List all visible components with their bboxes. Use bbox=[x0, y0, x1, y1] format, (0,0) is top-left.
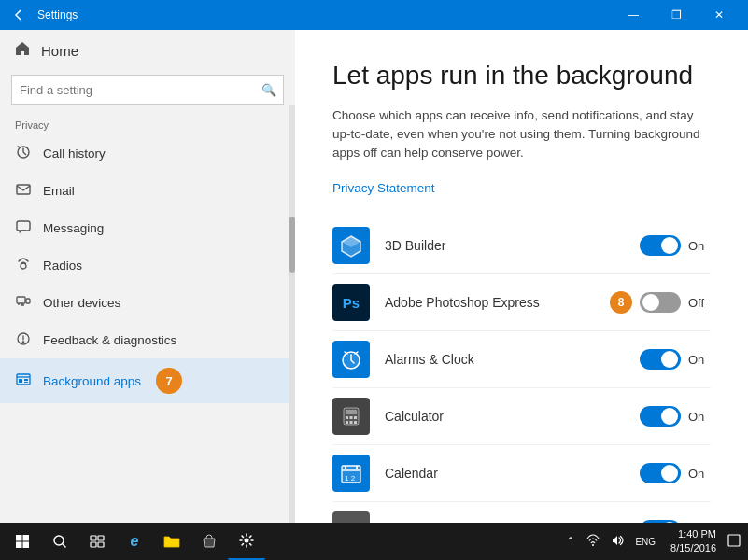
right-panel: Let apps run in the background Choose wh… bbox=[295, 30, 748, 523]
app-list: 3D Builder On Ps Adobe Photoshop Express… bbox=[332, 217, 711, 523]
svg-rect-33 bbox=[23, 542, 30, 549]
close-button[interactable]: ✕ bbox=[698, 0, 741, 30]
taskbar-edge-button[interactable]: e bbox=[116, 523, 153, 560]
svg-rect-20 bbox=[346, 421, 348, 424]
svg-rect-4 bbox=[17, 297, 25, 303]
notification-button[interactable] bbox=[724, 534, 744, 550]
sidebar-scrollbar[interactable] bbox=[289, 105, 295, 523]
svg-rect-18 bbox=[350, 416, 353, 419]
sidebar-item-radios[interactable]: Radios bbox=[0, 246, 295, 284]
sidebar-item-home[interactable]: Home bbox=[0, 30, 295, 71]
alarms-name: Alarms & Clock bbox=[385, 352, 640, 367]
photoshop-toggle[interactable] bbox=[640, 292, 681, 313]
calendar-toggle-label: On bbox=[688, 467, 711, 481]
taskbar-search-button[interactable] bbox=[41, 523, 78, 560]
calculator-toggle[interactable] bbox=[640, 406, 681, 427]
svg-rect-11 bbox=[24, 382, 28, 383]
other-devices-label: Other devices bbox=[43, 296, 120, 310]
svg-rect-41 bbox=[728, 535, 740, 546]
svg-rect-36 bbox=[98, 536, 104, 540]
svg-rect-19 bbox=[354, 416, 357, 419]
home-icon bbox=[15, 41, 30, 60]
start-button[interactable] bbox=[4, 523, 41, 560]
toggle-knob bbox=[661, 522, 678, 523]
call-history-icon bbox=[15, 145, 32, 162]
taskbar: e ⌃ bbox=[0, 523, 748, 560]
taskbar-clock[interactable]: 1:40 PM 8/15/2016 bbox=[663, 527, 724, 556]
sidebar-item-messaging[interactable]: Messaging bbox=[0, 209, 295, 246]
feedback-label: Feedback & diagnostics bbox=[43, 333, 176, 347]
alarms-toggle[interactable] bbox=[640, 349, 681, 370]
feedback-icon bbox=[15, 331, 32, 349]
app-row-calendar: 1 2 Calendar On bbox=[332, 445, 711, 502]
svg-rect-38 bbox=[98, 542, 104, 547]
app-row-calculator: Calculator On bbox=[332, 388, 711, 445]
taskbar-settings-button[interactable] bbox=[228, 523, 265, 560]
3d-builder-toggle[interactable] bbox=[640, 235, 681, 256]
calendar-name: Calendar bbox=[385, 466, 640, 481]
taskbar-store-button[interactable] bbox=[191, 523, 228, 560]
window-controls: — ❐ ✕ bbox=[612, 0, 741, 30]
background-apps-badge: 7 bbox=[156, 368, 182, 394]
search-input[interactable] bbox=[11, 75, 284, 105]
svg-rect-35 bbox=[91, 536, 96, 540]
back-button[interactable] bbox=[7, 4, 30, 26]
calendar-icon: 1 2 bbox=[332, 455, 370, 492]
alarms-toggle-area: On bbox=[640, 349, 711, 370]
search-container: 🔍 bbox=[11, 75, 284, 105]
section-label: Privacy bbox=[0, 112, 295, 134]
radios-label: Radios bbox=[43, 259, 82, 273]
scrollbar-thumb[interactable] bbox=[289, 217, 295, 273]
svg-point-40 bbox=[592, 544, 594, 546]
title-bar: Settings — ❐ ✕ bbox=[0, 0, 748, 30]
svg-rect-5 bbox=[26, 299, 30, 303]
svg-rect-22 bbox=[354, 421, 357, 424]
tray-chevron[interactable]: ⌃ bbox=[562, 533, 579, 550]
home-label: Home bbox=[41, 43, 78, 59]
photoshop-name: Adobe Photoshop Express bbox=[385, 295, 606, 310]
toggle-knob bbox=[642, 294, 659, 311]
alarms-toggle-label: On bbox=[688, 353, 711, 367]
sidebar-item-other-devices[interactable]: Other devices bbox=[0, 284, 295, 321]
search-icon: 🔍 bbox=[261, 83, 276, 97]
restore-button[interactable]: ❐ bbox=[655, 0, 698, 30]
taskbar-explorer-button[interactable] bbox=[153, 523, 191, 560]
svg-rect-21 bbox=[350, 421, 353, 424]
tray-language[interactable]: ENG bbox=[631, 535, 659, 549]
calculator-toggle-label: On bbox=[688, 410, 711, 424]
tray-network[interactable] bbox=[583, 532, 603, 552]
other-devices-icon bbox=[15, 294, 32, 312]
photoshop-toggle-area: 8 Off bbox=[606, 291, 711, 314]
svg-text:1 2: 1 2 bbox=[345, 474, 356, 483]
app-row-3d-builder: 3D Builder On bbox=[332, 217, 711, 274]
tray-volume[interactable] bbox=[607, 532, 628, 552]
camera-icon bbox=[332, 511, 370, 523]
svg-rect-24 bbox=[345, 466, 346, 469]
clock-date: 8/15/2016 bbox=[670, 541, 716, 555]
background-apps-label: Background apps bbox=[43, 374, 141, 388]
svg-rect-37 bbox=[91, 542, 96, 547]
sidebar-item-background-apps[interactable]: Background apps 7 bbox=[0, 358, 295, 403]
svg-rect-9 bbox=[19, 379, 22, 383]
system-tray: ⌃ ENG bbox=[562, 532, 663, 552]
calendar-toggle[interactable] bbox=[640, 463, 681, 483]
svg-rect-17 bbox=[346, 416, 348, 419]
minimize-button[interactable]: — bbox=[612, 0, 655, 30]
svg-rect-30 bbox=[16, 535, 22, 541]
svg-rect-25 bbox=[356, 466, 358, 469]
3d-builder-toggle-area: On bbox=[640, 235, 711, 256]
camera-toggle[interactable] bbox=[640, 520, 681, 523]
privacy-statement-link[interactable]: Privacy Statement bbox=[332, 181, 711, 195]
photoshop-badge: 8 bbox=[610, 291, 632, 314]
svg-rect-1 bbox=[17, 185, 30, 194]
svg-point-7 bbox=[22, 341, 23, 342]
sidebar-item-feedback[interactable]: Feedback & diagnostics bbox=[0, 321, 295, 358]
photoshop-toggle-label: Off bbox=[688, 296, 711, 310]
svg-rect-2 bbox=[17, 221, 30, 231]
sidebar-item-email[interactable]: Email bbox=[0, 172, 295, 209]
toggle-knob bbox=[661, 351, 678, 368]
sidebar-item-call-history[interactable]: Call history bbox=[0, 134, 295, 172]
call-history-label: Call history bbox=[43, 147, 106, 161]
window-title: Settings bbox=[37, 8, 612, 21]
taskbar-taskview-button[interactable] bbox=[78, 523, 116, 560]
